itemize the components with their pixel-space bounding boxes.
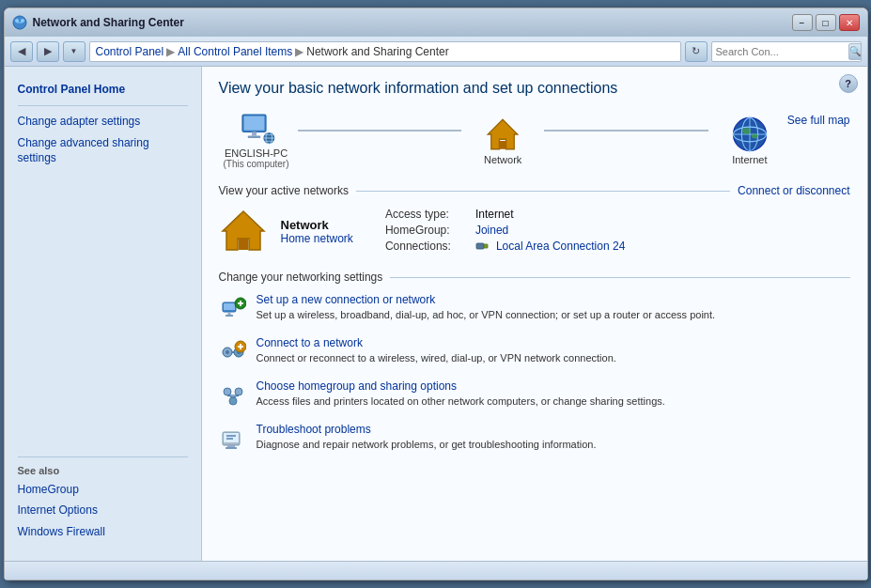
content-area: ? View your basic network information an… xyxy=(202,67,867,561)
settings-item-connect-network: Connect to a network Connect or reconnec… xyxy=(219,336,850,366)
net-node-network: Network xyxy=(465,115,540,165)
search-input[interactable] xyxy=(716,46,846,57)
new-connection-link[interactable]: Set up a new connection or network xyxy=(257,293,716,306)
settings-item-troubleshoot: Troubleshoot problems Diagnose and repai… xyxy=(219,423,850,453)
svg-point-36 xyxy=(226,350,229,354)
see-full-map-link[interactable]: See full map xyxy=(787,114,850,127)
sidebar-internet-options[interactable]: Internet Options xyxy=(18,503,188,518)
svg-point-43 xyxy=(229,397,237,405)
connect-network-icon xyxy=(219,338,247,366)
homegroup-link[interactable]: Choose homegroup and sharing options xyxy=(257,379,665,393)
troubleshoot-desc: Diagnose and repair network problems, or… xyxy=(257,439,597,450)
main-window: Network and Sharing Center − □ ✕ ◀ ▶ ▼ C… xyxy=(4,8,868,580)
connect-network-link[interactable]: Connect to a network xyxy=(257,336,616,349)
house-network-icon xyxy=(219,207,268,255)
computer-label: ENGLISH-PC xyxy=(225,147,288,159)
page-title: View your basic network information and … xyxy=(219,80,850,97)
settings-item-homegroup: Choose homegroup and sharing options Acc… xyxy=(219,379,850,410)
network-map: ENGLISH-PC (This computer) Network xyxy=(219,110,850,169)
svg-rect-27 xyxy=(224,303,235,310)
sidebar-divider-1 xyxy=(18,105,188,106)
svg-point-21 xyxy=(752,133,758,138)
svg-rect-14 xyxy=(500,141,506,149)
network-name: Network xyxy=(281,218,353,232)
sidebar-control-panel-home[interactable]: Control Panel Home xyxy=(18,82,188,98)
net-line-2 xyxy=(544,130,708,132)
connect-network-desc: Connect or reconnect to a wireless, wire… xyxy=(257,352,616,364)
network-icon xyxy=(483,115,522,154)
connect-disconnect-link[interactable]: Connect or disconnect xyxy=(738,184,849,197)
sidebar-change-advanced-sharing[interactable]: Change advanced sharing settings xyxy=(18,135,188,167)
new-connection-svg xyxy=(220,296,246,322)
connection-icon xyxy=(475,240,489,253)
homegroup-label: HomeGroup: xyxy=(385,224,470,237)
troubleshoot-svg xyxy=(220,426,246,452)
breadcrumb-control-panel[interactable]: Control Panel xyxy=(96,45,164,58)
title-bar-buttons: − □ ✕ xyxy=(792,14,860,31)
homegroup-svg xyxy=(220,382,246,409)
svg-rect-49 xyxy=(227,445,235,447)
window-title: Network and Sharing Center xyxy=(33,16,184,29)
network-type-link[interactable]: Home network xyxy=(281,232,353,245)
homegroup-row: HomeGroup: Joined xyxy=(385,224,625,237)
refresh-button[interactable]: ↻ xyxy=(685,41,708,62)
settings-text-troubleshoot: Troubleshoot problems Diagnose and repai… xyxy=(257,423,597,452)
sidebar-change-adapter[interactable]: Change adapter settings xyxy=(18,114,188,130)
net-node-internet: Internet xyxy=(712,115,787,165)
sidebar-divider-2 xyxy=(18,456,188,457)
dropdown-button[interactable]: ▼ xyxy=(63,41,86,62)
minimize-button[interactable]: − xyxy=(792,14,813,31)
troubleshoot-link[interactable]: Troubleshoot problems xyxy=(257,423,597,436)
breadcrumb-current: Network and Sharing Center xyxy=(306,45,448,58)
breadcrumb: Control Panel ▶ All Control Panel Items … xyxy=(89,41,681,62)
svg-rect-24 xyxy=(476,243,484,249)
troubleshoot-icon xyxy=(219,425,247,453)
title-bar: Network and Sharing Center − □ ✕ xyxy=(5,8,867,37)
homegroup-icon xyxy=(219,381,247,410)
net-node-computer: ENGLISH-PC (This computer) xyxy=(219,110,294,169)
homegroup-desc: Access files and printers located on oth… xyxy=(257,395,665,407)
active-networks-label: View your active networks xyxy=(219,184,350,197)
back-button[interactable]: ◀ xyxy=(10,41,33,62)
sidebar-windows-firewall[interactable]: Windows Firewall xyxy=(18,524,188,540)
active-networks-section: View your active networks Connect or dis… xyxy=(219,184,850,197)
address-bar: ◀ ▶ ▼ Control Panel ▶ All Control Panel … xyxy=(5,37,867,67)
homegroup-value-link[interactable]: Joined xyxy=(475,224,508,237)
maximize-button[interactable]: □ xyxy=(816,14,836,31)
access-type-row: Access type: Internet xyxy=(385,208,625,221)
settings-item-new-connection: Set up a new connection or network Set u… xyxy=(219,293,850,323)
network-info: Network Home network xyxy=(281,218,353,245)
access-type-value: Internet xyxy=(475,208,514,221)
main-layout: Control Panel Home Change adapter settin… xyxy=(5,67,867,561)
help-button[interactable]: ? xyxy=(839,74,858,93)
new-connection-desc: Set up a wireless, broadband, dial-up, a… xyxy=(257,309,716,320)
internet-label: Internet xyxy=(732,154,767,165)
change-networking-section: Change your networking settings xyxy=(219,271,850,284)
change-networking-label: Change your networking settings xyxy=(219,271,383,284)
active-network-row: Network Home network Access type: Intern… xyxy=(219,207,850,255)
settings-text-new-connection: Set up a new connection or network Set u… xyxy=(257,293,716,322)
new-connection-icon xyxy=(219,295,247,323)
search-button[interactable]: 🔍 xyxy=(848,43,862,60)
svg-point-41 xyxy=(224,388,231,395)
network-details: Access type: Internet HomeGroup: Joined … xyxy=(385,208,625,255)
svg-point-20 xyxy=(742,128,751,134)
status-bar xyxy=(5,561,867,580)
svg-rect-29 xyxy=(226,315,233,317)
computer-icon xyxy=(238,110,275,147)
forward-button[interactable]: ▶ xyxy=(37,41,59,62)
svg-rect-5 xyxy=(243,116,264,131)
breadcrumb-all-items[interactable]: All Control Panel Items xyxy=(178,45,292,58)
svg-rect-6 xyxy=(252,132,257,135)
see-also-heading: See also xyxy=(18,465,188,476)
sidebar-homegroup[interactable]: HomeGroup xyxy=(18,482,188,498)
connections-value-link[interactable]: Local Area Connection 24 xyxy=(496,240,625,253)
search-bar: 🔍 xyxy=(711,41,862,62)
close-button[interactable]: ✕ xyxy=(839,14,860,31)
svg-point-42 xyxy=(235,388,242,395)
net-line-1 xyxy=(298,130,462,132)
settings-text-homegroup: Choose homegroup and sharing options Acc… xyxy=(257,379,665,409)
svg-rect-28 xyxy=(227,312,230,315)
svg-rect-48 xyxy=(224,433,239,442)
settings-text-connect-network: Connect to a network Connect or reconnec… xyxy=(257,336,616,365)
